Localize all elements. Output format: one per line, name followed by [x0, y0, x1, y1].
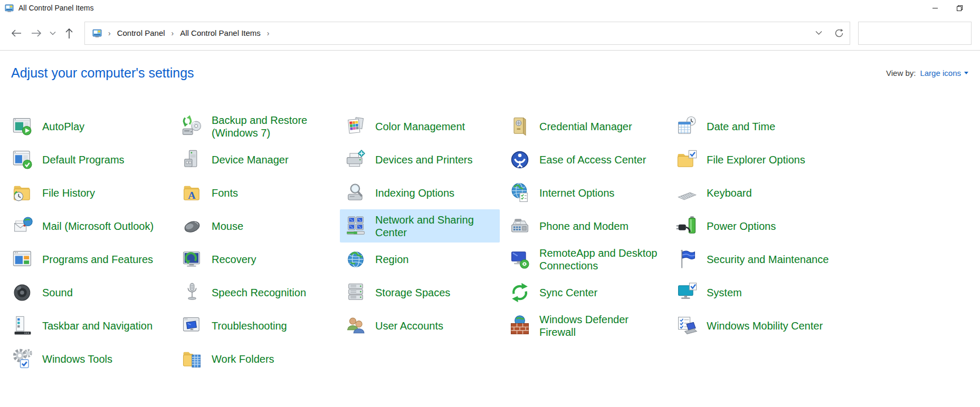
- control-panel-item-programs-features[interactable]: Programs and Features: [7, 243, 172, 276]
- address-dropdown-icon[interactable]: [815, 31, 822, 35]
- item-label: Region: [375, 253, 408, 266]
- page-title: Adjust your computer's settings: [11, 65, 194, 81]
- search-box: [858, 22, 972, 45]
- control-panel-item-region[interactable]: Region: [340, 243, 500, 276]
- back-button[interactable]: [6, 23, 26, 43]
- item-label: Devices and Printers: [375, 153, 473, 166]
- control-panel-item-remoteapp[interactable]: RemoteApp and Desktop Connections: [504, 243, 667, 276]
- control-panel-item-date-time[interactable]: Date and Time: [671, 110, 836, 143]
- view-by-control: View by: Large icons: [886, 69, 968, 77]
- storage-spaces-icon: [344, 281, 367, 304]
- address-bar[interactable]: › Control Panel › All Control Panel Item…: [84, 22, 850, 45]
- control-panel-item-windows-tools[interactable]: Windows Tools: [7, 342, 172, 375]
- breadcrumb-item-all-control-panel-items[interactable]: All Control Panel Items: [180, 28, 261, 37]
- up-button[interactable]: [59, 23, 79, 43]
- backup-restore-icon: [180, 115, 204, 138]
- item-label: Credential Manager: [539, 120, 632, 133]
- item-label: Speech Recognition: [212, 286, 306, 299]
- breadcrumb-separator-icon[interactable]: ›: [108, 29, 111, 37]
- back-arrow-icon: [11, 28, 22, 38]
- mobility-center-icon: [675, 314, 699, 337]
- devices-printers-icon: [344, 148, 367, 171]
- minimize-button[interactable]: [923, 0, 947, 16]
- control-panel-item-mail[interactable]: Mail (Microsoft Outlook): [7, 209, 172, 243]
- recent-pages-button[interactable]: [46, 23, 59, 43]
- troubleshooting-icon: [180, 314, 204, 337]
- breadcrumb-item-control-panel[interactable]: Control Panel: [117, 28, 165, 37]
- breadcrumb-separator-icon[interactable]: ›: [267, 29, 270, 37]
- view-by-label: View by:: [886, 69, 916, 77]
- control-panel-item-file-history[interactable]: File History: [7, 176, 172, 209]
- control-panel-item-user-accounts[interactable]: User Accounts: [340, 309, 500, 342]
- restore-button[interactable]: [947, 0, 972, 16]
- default-programs-icon: [11, 148, 34, 171]
- control-panel-item-work-folders[interactable]: Work Folders: [176, 342, 336, 375]
- search-input[interactable]: [859, 22, 971, 44]
- view-by-dropdown[interactable]: Large icons: [920, 69, 968, 77]
- control-panel-item-network-sharing[interactable]: Network and Sharing Center: [340, 209, 500, 243]
- control-panel-item-device-manager[interactable]: Device Manager: [176, 143, 336, 176]
- control-panel-item-sound[interactable]: Sound: [7, 276, 172, 309]
- control-panel-item-speech-recognition[interactable]: Speech Recognition: [176, 276, 336, 309]
- item-label: System: [707, 286, 742, 299]
- item-label: Windows Defender Firewall: [539, 313, 629, 338]
- control-panel-item-phone-modem[interactable]: Phone and Modem: [504, 209, 667, 243]
- item-label: Sync Center: [539, 286, 597, 299]
- control-panel-item-power-options[interactable]: Power Options: [671, 209, 836, 243]
- control-panel-item-credential-manager[interactable]: Credential Manager: [504, 110, 667, 143]
- control-panel-item-storage-spaces[interactable]: Storage Spaces: [340, 276, 500, 309]
- control-panel-item-mobility-center[interactable]: Windows Mobility Center: [671, 309, 836, 342]
- control-panel-item-backup-restore[interactable]: Backup and Restore (Windows 7): [176, 110, 336, 143]
- control-panel-item-file-explorer-options[interactable]: File Explorer Options: [671, 143, 836, 176]
- control-panel-item-default-programs[interactable]: Default Programs: [7, 143, 172, 176]
- control-panel-item-taskbar-navigation[interactable]: Taskbar and Navigation: [7, 309, 172, 342]
- control-panel-item-recovery[interactable]: Recovery: [176, 243, 336, 276]
- up-arrow-icon: [64, 27, 74, 39]
- user-accounts-icon: [344, 314, 367, 337]
- remoteapp-icon: [508, 248, 531, 271]
- forward-button[interactable]: [26, 23, 46, 43]
- windows-tools-icon: [11, 347, 34, 371]
- item-label: File Explorer Options: [707, 153, 805, 166]
- item-label: Network and Sharing Center: [375, 214, 474, 239]
- page-header: Adjust your computer's settings View by:…: [0, 65, 980, 81]
- security-maintenance-icon: [675, 248, 699, 271]
- control-panel-item-autoplay[interactable]: AutoPlay: [7, 110, 172, 143]
- control-panel-item-defender-firewall[interactable]: Windows Defender Firewall: [504, 309, 667, 342]
- control-panel-item-mouse[interactable]: Mouse: [176, 209, 336, 243]
- color-management-icon: [344, 115, 367, 138]
- control-panel-item-troubleshooting[interactable]: Troubleshooting: [176, 309, 336, 342]
- control-panel-item-color-management[interactable]: Color Management: [340, 110, 500, 143]
- item-label: AutoPlay: [42, 120, 84, 133]
- item-label: Internet Options: [539, 187, 614, 199]
- item-label: File History: [42, 187, 95, 199]
- control-panel-item-system[interactable]: System: [671, 276, 836, 309]
- item-label: Taskbar and Navigation: [42, 319, 153, 332]
- keyboard-icon: [675, 181, 699, 205]
- item-label: Mouse: [212, 220, 243, 232]
- control-panel-item-internet-options[interactable]: Internet Options: [504, 176, 667, 209]
- item-label: Fonts: [212, 187, 238, 199]
- control-panel-item-sync-center[interactable]: Sync Center: [504, 276, 667, 309]
- control-panel-item-indexing-options[interactable]: Indexing Options: [340, 176, 500, 209]
- breadcrumb-separator-icon[interactable]: ›: [172, 29, 174, 37]
- control-panel-app-icon: [5, 4, 14, 13]
- item-label: Windows Mobility Center: [707, 319, 823, 332]
- item-label: Security and Maintenance: [707, 253, 829, 266]
- view-by-value: Large icons: [920, 69, 961, 77]
- control-panel-item-fonts[interactable]: Fonts: [176, 176, 336, 209]
- title-bar: All Control Panel Items: [0, 0, 980, 16]
- mouse-icon: [180, 215, 204, 238]
- internet-options-icon: [508, 181, 531, 205]
- control-panel-item-security-maintenance[interactable]: Security and Maintenance: [671, 243, 836, 276]
- indexing-options-icon: [344, 181, 367, 205]
- programs-features-icon: [11, 248, 34, 271]
- control-panel-grid: AutoPlay Backup and Restore (Windows 7) …: [7, 110, 980, 375]
- chevron-down-icon: [50, 31, 56, 35]
- window-title: All Control Panel Items: [18, 4, 93, 12]
- control-panel-item-devices-printers[interactable]: Devices and Printers: [340, 143, 500, 176]
- navigation-bar: › Control Panel › All Control Panel Item…: [0, 16, 980, 51]
- refresh-icon[interactable]: [834, 28, 844, 38]
- control-panel-item-ease-of-access[interactable]: Ease of Access Center: [504, 143, 667, 176]
- control-panel-item-keyboard[interactable]: Keyboard: [671, 176, 836, 209]
